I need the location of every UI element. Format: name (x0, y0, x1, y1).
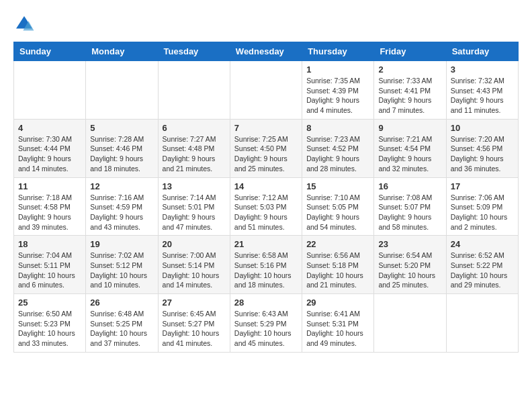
calendar-cell: 17Sunrise: 7:06 AM Sunset: 5:09 PM Dayli… (446, 177, 518, 236)
calendar-cell: 23Sunrise: 6:54 AM Sunset: 5:20 PM Dayli… (374, 236, 446, 294)
cell-info-text: Sunrise: 6:50 AM Sunset: 5:23 PM Dayligh… (18, 309, 81, 349)
cell-day-number: 2 (378, 64, 441, 75)
cell-info-text: Sunrise: 6:52 AM Sunset: 5:22 PM Dayligh… (451, 250, 514, 290)
calendar-cell: 7Sunrise: 7:25 AM Sunset: 4:50 PM Daylig… (230, 119, 302, 177)
cell-day-number: 19 (90, 239, 153, 249)
calendar-cell: 11Sunrise: 7:18 AM Sunset: 4:58 PM Dayli… (14, 177, 86, 236)
calendar-cell: 27Sunrise: 6:45 AM Sunset: 5:27 PM Dayli… (158, 294, 230, 353)
cell-info-text: Sunrise: 7:23 AM Sunset: 4:52 PM Dayligh… (306, 134, 369, 174)
calendar-cell: 28Sunrise: 6:43 AM Sunset: 5:29 PM Dayli… (230, 294, 302, 353)
cell-info-text: Sunrise: 7:33 AM Sunset: 4:41 PM Dayligh… (378, 76, 441, 116)
cell-day-number: 12 (90, 181, 153, 191)
cell-info-text: Sunrise: 7:10 AM Sunset: 5:05 PM Dayligh… (306, 193, 369, 232)
header-wednesday: Wednesday (230, 42, 302, 61)
calendar-cell: 19Sunrise: 7:02 AM Sunset: 5:12 PM Dayli… (86, 236, 158, 294)
calendar-cell (446, 294, 518, 353)
cell-info-text: Sunrise: 7:28 AM Sunset: 4:46 PM Dayligh… (90, 134, 153, 174)
calendar-cell: 5Sunrise: 7:28 AM Sunset: 4:46 PM Daylig… (86, 119, 158, 177)
cell-day-number: 25 (18, 298, 81, 308)
cell-day-number: 6 (163, 123, 226, 133)
header-monday: Monday (86, 42, 158, 61)
cell-day-number: 8 (306, 123, 369, 133)
cell-day-number: 7 (234, 123, 298, 133)
cell-info-text: Sunrise: 7:35 AM Sunset: 4:39 PM Dayligh… (306, 76, 369, 116)
cell-info-text: Sunrise: 7:00 AM Sunset: 5:14 PM Dayligh… (163, 250, 226, 290)
logo (13, 13, 38, 35)
calendar-cell: 12Sunrise: 7:16 AM Sunset: 4:59 PM Dayli… (86, 177, 158, 236)
calendar-cell: 4Sunrise: 7:30 AM Sunset: 4:44 PM Daylig… (14, 119, 86, 177)
calendar-cell: 15Sunrise: 7:10 AM Sunset: 5:05 PM Dayli… (302, 177, 374, 236)
cell-day-number: 15 (306, 181, 369, 191)
calendar-cell: 25Sunrise: 6:50 AM Sunset: 5:23 PM Dayli… (14, 294, 86, 353)
calendar-cell: 3Sunrise: 7:32 AM Sunset: 4:43 PM Daylig… (446, 61, 518, 120)
cell-day-number: 18 (18, 239, 81, 249)
logo-icon (13, 13, 35, 35)
cell-day-number: 1 (306, 64, 369, 75)
cell-info-text: Sunrise: 6:45 AM Sunset: 5:27 PM Dayligh… (163, 309, 226, 349)
cell-info-text: Sunrise: 7:16 AM Sunset: 4:59 PM Dayligh… (90, 193, 153, 232)
cell-info-text: Sunrise: 6:41 AM Sunset: 5:31 PM Dayligh… (306, 309, 369, 349)
calendar-cell: 26Sunrise: 6:48 AM Sunset: 5:25 PM Dayli… (86, 294, 158, 353)
cell-day-number: 28 (234, 298, 298, 308)
cell-day-number: 23 (378, 239, 441, 249)
cell-info-text: Sunrise: 7:04 AM Sunset: 5:11 PM Dayligh… (18, 250, 81, 290)
calendar-cell: 9Sunrise: 7:21 AM Sunset: 4:54 PM Daylig… (374, 119, 446, 177)
cell-day-number: 4 (18, 123, 81, 133)
cell-day-number: 24 (451, 239, 514, 249)
cell-day-number: 11 (18, 181, 81, 191)
cell-info-text: Sunrise: 6:54 AM Sunset: 5:20 PM Dayligh… (378, 250, 441, 290)
header-sunday: Sunday (14, 42, 86, 61)
calendar-row-1: 1Sunrise: 7:35 AM Sunset: 4:39 PM Daylig… (14, 61, 519, 120)
calendar-table: SundayMondayTuesdayWednesdayThursdayFrid… (13, 42, 519, 353)
header-tuesday: Tuesday (158, 42, 230, 61)
header-thursday: Thursday (302, 42, 374, 61)
cell-info-text: Sunrise: 7:14 AM Sunset: 5:01 PM Dayligh… (163, 193, 226, 232)
cell-info-text: Sunrise: 7:08 AM Sunset: 5:07 PM Dayligh… (378, 193, 441, 232)
calendar-cell (86, 61, 158, 120)
calendar-cell (14, 61, 86, 120)
calendar-cell: 6Sunrise: 7:27 AM Sunset: 4:48 PM Daylig… (158, 119, 230, 177)
cell-info-text: Sunrise: 6:48 AM Sunset: 5:25 PM Dayligh… (90, 309, 153, 349)
cell-day-number: 3 (451, 64, 514, 75)
cell-day-number: 26 (90, 298, 153, 308)
calendar-header-row: SundayMondayTuesdayWednesdayThursdayFrid… (14, 42, 519, 61)
cell-day-number: 5 (90, 123, 153, 133)
cell-day-number: 14 (234, 181, 298, 191)
calendar-cell: 2Sunrise: 7:33 AM Sunset: 4:41 PM Daylig… (374, 61, 446, 120)
page-header (13, 13, 519, 35)
calendar-cell: 14Sunrise: 7:12 AM Sunset: 5:03 PM Dayli… (230, 177, 302, 236)
header-friday: Friday (374, 42, 446, 61)
calendar-row-3: 11Sunrise: 7:18 AM Sunset: 4:58 PM Dayli… (14, 177, 519, 236)
calendar-cell: 22Sunrise: 6:56 AM Sunset: 5:18 PM Dayli… (302, 236, 374, 294)
cell-info-text: Sunrise: 7:06 AM Sunset: 5:09 PM Dayligh… (451, 193, 514, 232)
cell-day-number: 21 (234, 239, 298, 249)
calendar-cell (230, 61, 302, 120)
cell-info-text: Sunrise: 7:21 AM Sunset: 4:54 PM Dayligh… (378, 134, 441, 174)
header-saturday: Saturday (446, 42, 518, 61)
cell-info-text: Sunrise: 7:18 AM Sunset: 4:58 PM Dayligh… (18, 193, 81, 232)
cell-info-text: Sunrise: 7:27 AM Sunset: 4:48 PM Dayligh… (163, 134, 226, 174)
calendar-cell: 29Sunrise: 6:41 AM Sunset: 5:31 PM Dayli… (302, 294, 374, 353)
calendar-cell: 13Sunrise: 7:14 AM Sunset: 5:01 PM Dayli… (158, 177, 230, 236)
cell-info-text: Sunrise: 7:25 AM Sunset: 4:50 PM Dayligh… (234, 134, 298, 174)
cell-info-text: Sunrise: 7:32 AM Sunset: 4:43 PM Dayligh… (451, 76, 514, 116)
cell-info-text: Sunrise: 7:12 AM Sunset: 5:03 PM Dayligh… (234, 193, 298, 232)
calendar-cell (158, 61, 230, 120)
calendar-cell: 24Sunrise: 6:52 AM Sunset: 5:22 PM Dayli… (446, 236, 518, 294)
cell-info-text: Sunrise: 6:43 AM Sunset: 5:29 PM Dayligh… (234, 309, 298, 349)
cell-info-text: Sunrise: 7:20 AM Sunset: 4:56 PM Dayligh… (451, 134, 514, 174)
cell-day-number: 16 (378, 181, 441, 191)
cell-info-text: Sunrise: 6:56 AM Sunset: 5:18 PM Dayligh… (306, 250, 369, 290)
cell-info-text: Sunrise: 7:02 AM Sunset: 5:12 PM Dayligh… (90, 250, 153, 290)
calendar-cell: 18Sunrise: 7:04 AM Sunset: 5:11 PM Dayli… (14, 236, 86, 294)
calendar-row-4: 18Sunrise: 7:04 AM Sunset: 5:11 PM Dayli… (14, 236, 519, 294)
calendar-cell: 10Sunrise: 7:20 AM Sunset: 4:56 PM Dayli… (446, 119, 518, 177)
cell-day-number: 9 (378, 123, 441, 133)
cell-info-text: Sunrise: 7:30 AM Sunset: 4:44 PM Dayligh… (18, 134, 81, 174)
cell-day-number: 22 (306, 239, 369, 249)
calendar-row-5: 25Sunrise: 6:50 AM Sunset: 5:23 PM Dayli… (14, 294, 519, 353)
calendar-cell: 20Sunrise: 7:00 AM Sunset: 5:14 PM Dayli… (158, 236, 230, 294)
calendar-row-2: 4Sunrise: 7:30 AM Sunset: 4:44 PM Daylig… (14, 119, 519, 177)
cell-day-number: 10 (451, 123, 514, 133)
calendar-cell: 16Sunrise: 7:08 AM Sunset: 5:07 PM Dayli… (374, 177, 446, 236)
